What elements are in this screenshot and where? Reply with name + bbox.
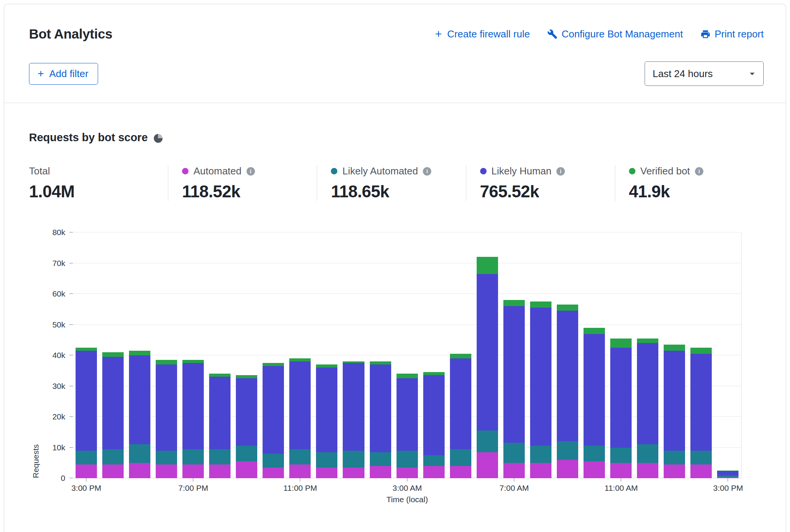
chevron-down-icon: [746, 68, 758, 79]
y-axis: 010k20k30k40k50k60k70k80k: [29, 232, 73, 478]
bar-11-00-am-20[interactable]: [608, 232, 634, 478]
bot-analytics-card: Bot Analytics Create firewall rule Confi…: [4, 4, 786, 532]
y-tick-label: 80k: [52, 228, 65, 237]
x-tick-label: 11:00 AM: [605, 484, 638, 493]
segment-automated: [156, 464, 177, 478]
bar-10-00-pm-7[interactable]: [260, 232, 287, 478]
bar-7-00-pm-4[interactable]: [180, 232, 206, 478]
create-firewall-rule-link[interactable]: Create firewall rule: [434, 28, 530, 40]
pie-chart-icon: [154, 134, 163, 143]
stat-likely-human: Likely Human 765.52k: [466, 165, 615, 201]
segment-likely-human: [263, 366, 284, 453]
segment-automated: [664, 464, 685, 478]
bar-3-00-pm-24[interactable]: [714, 232, 741, 478]
segment-likely-human: [102, 357, 124, 449]
wrench-icon: [547, 29, 558, 39]
bar-9-00-pm-6[interactable]: [233, 232, 260, 478]
bar-7-00-am-16[interactable]: [501, 232, 527, 478]
segment-likely-human: [156, 364, 177, 450]
segment-likely-human: [584, 334, 605, 446]
segment-likely-automated: [690, 451, 712, 464]
bar-8-00-am-17[interactable]: [527, 232, 554, 478]
bar-4-00-am-13[interactable]: [421, 232, 447, 478]
segment-likely-human: [209, 377, 231, 449]
y-tick-label: 10k: [52, 443, 65, 452]
x-tick-label: 3:00 PM: [713, 484, 743, 493]
action-label: Configure Bot Management: [561, 28, 683, 40]
requests-by-bot-score-chart: Requests 010k20k30k40k50k60k70k80k 3:00 …: [29, 232, 764, 504]
bar-11-00-pm-8[interactable]: [287, 232, 313, 478]
bar-4-00-pm-1[interactable]: [100, 232, 126, 478]
segment-automated: [503, 463, 525, 478]
bar-8-00-pm-5[interactable]: [206, 232, 233, 478]
segment-verified-bot: [289, 358, 311, 361]
info-icon[interactable]: [247, 167, 255, 176]
add-filter-button[interactable]: Add filter: [29, 63, 98, 85]
stat-label: Likely Automated: [342, 165, 418, 177]
bar-1-00-am-10[interactable]: [340, 232, 367, 478]
bar-10-00-am-19[interactable]: [581, 232, 608, 478]
segment-verified-bot: [690, 348, 712, 354]
segment-likely-human: [637, 343, 658, 445]
segment-likely-automated: [76, 451, 97, 464]
bar-3-00-am-12[interactable]: [394, 232, 421, 478]
bar-9-00-am-18[interactable]: [554, 232, 581, 478]
y-tick-label: 60k: [52, 289, 65, 298]
legend-dot-likely-human: [480, 168, 487, 174]
info-icon[interactable]: [556, 167, 565, 176]
segment-likely-human: [236, 378, 257, 446]
bar-3-00-pm-0[interactable]: [73, 232, 100, 478]
segment-likely-human: [690, 354, 712, 451]
bar-12-00-am-9[interactable]: [313, 232, 340, 478]
bar-1-00-pm-22[interactable]: [661, 232, 688, 478]
segment-automated: [450, 466, 471, 478]
y-tick-mark: [69, 232, 73, 232]
segment-verified-bot: [129, 351, 150, 355]
plus-icon: [36, 69, 45, 78]
segment-likely-human: [182, 363, 204, 449]
segment-automated: [557, 460, 578, 478]
segment-automated: [397, 468, 418, 478]
bar-12-00-pm-21[interactable]: [634, 232, 661, 478]
segment-likely-human: [289, 361, 311, 449]
segment-verified-bot: [637, 339, 658, 343]
segment-verified-bot: [156, 360, 177, 364]
y-tick-mark: [69, 263, 73, 263]
segment-likely-automated: [370, 452, 391, 466]
y-tick-label: 30k: [52, 382, 65, 391]
configure-bot-management-link[interactable]: Configure Bot Management: [547, 28, 683, 40]
bar-6-00-pm-3[interactable]: [153, 232, 180, 478]
info-icon[interactable]: [695, 167, 703, 176]
segment-verified-bot: [610, 339, 632, 348]
stat-value: 118.65k: [331, 182, 466, 201]
print-report-link[interactable]: Print report: [700, 28, 764, 40]
info-icon[interactable]: [423, 167, 431, 176]
y-tick-label: 40k: [52, 351, 65, 360]
bar-2-00-am-11[interactable]: [367, 232, 394, 478]
segment-verified-bot: [316, 364, 337, 368]
plot-area: [73, 232, 742, 478]
add-filter-label: Add filter: [49, 68, 89, 80]
segment-verified-bot: [209, 374, 231, 377]
y-tick-label: 50k: [52, 320, 65, 329]
segment-verified-bot: [236, 375, 257, 378]
bar-5-00-am-14[interactable]: [447, 232, 474, 478]
segment-likely-human: [343, 363, 364, 450]
time-range-select[interactable]: Last 24 hours: [645, 61, 764, 86]
y-tick-mark: [69, 324, 73, 325]
segment-likely-human: [397, 378, 418, 450]
segment-automated: [530, 463, 551, 478]
segment-likely-human: [530, 308, 551, 446]
segment-automated: [102, 464, 124, 478]
segment-automated: [584, 461, 605, 478]
segment-automated: [690, 464, 712, 478]
bar-2-00-pm-23[interactable]: [688, 232, 714, 478]
stat-verified-bot: Verified bot 41.9k: [615, 165, 764, 201]
y-tick-mark: [69, 386, 73, 386]
bar-6-00-am-15[interactable]: [474, 232, 501, 478]
segment-verified-bot: [450, 354, 471, 358]
segment-likely-human: [370, 364, 391, 452]
segment-verified-bot: [530, 301, 551, 308]
segment-verified-bot: [664, 345, 685, 351]
bar-5-00-pm-2[interactable]: [126, 232, 153, 478]
